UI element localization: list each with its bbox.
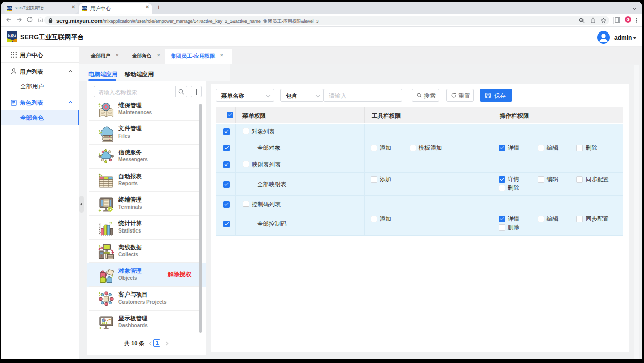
svg-text:ERG: ERG (8, 33, 16, 38)
svg-text:ERG: ERG (7, 6, 12, 9)
svg-text:ERG: ERG (82, 6, 87, 9)
